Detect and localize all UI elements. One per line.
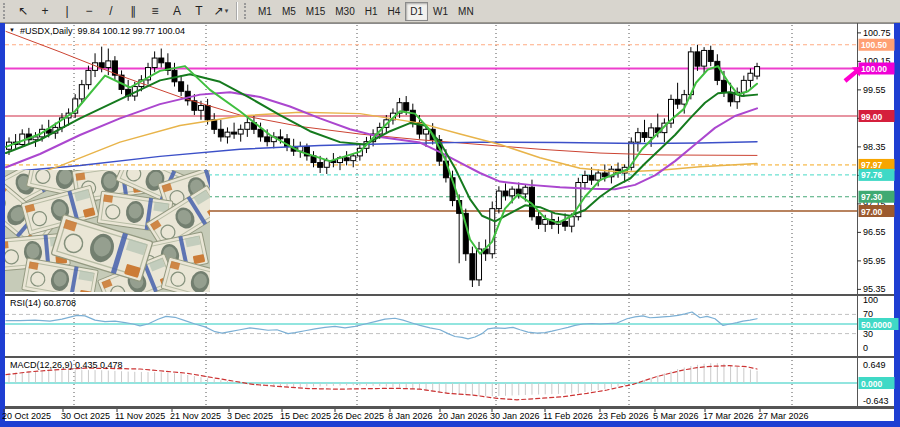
timeframe-M15-button[interactable]: M15 <box>301 2 330 21</box>
chart-title: ▼#USDX,Daily 99.84 100.12 99.77 100.04 <box>9 26 185 36</box>
svg-text:30 Jan 2026: 30 Jan 2026 <box>490 411 540 421</box>
toolbar: ↖+|−/∥≡AT↗▾ M1M5M15M30H1H4D1W1MN <box>0 0 900 23</box>
timeframe-MN-button[interactable]: MN <box>453 2 479 21</box>
svg-text:0.649: 0.649 <box>863 360 886 370</box>
svg-text:70: 70 <box>863 309 873 319</box>
svg-text:23 Feb 2026: 23 Feb 2026 <box>598 411 649 421</box>
tool-shapes-button[interactable]: ↗▾ <box>210 2 232 21</box>
timeframe-H1-button[interactable]: H1 <box>360 2 383 21</box>
svg-text:17 Mar 2026: 17 Mar 2026 <box>703 411 754 421</box>
svg-text:100.75: 100.75 <box>863 28 891 38</box>
chevron-down-icon: ▾ <box>225 7 229 15</box>
tool-trendline-button[interactable]: / <box>100 2 122 21</box>
svg-text:100.00: 100.00 <box>861 64 887 74</box>
timeframe-M30-button[interactable]: M30 <box>330 2 359 21</box>
svg-text:15 Dec 2025: 15 Dec 2025 <box>280 411 331 421</box>
svg-text:97.76: 97.76 <box>861 170 883 180</box>
timeframes-group: M1M5M15M30H1H4D1W1MN <box>253 2 479 21</box>
svg-text:95.35: 95.35 <box>863 284 886 294</box>
svg-text:8 Jan 2026: 8 Jan 2026 <box>388 411 433 421</box>
time-axis: 20 Oct 202530 Oct 202511 Nov 202521 Nov … <box>2 408 894 421</box>
svg-text:0.000: 0.000 <box>861 379 883 389</box>
tool-text-button[interactable]: A <box>166 2 188 21</box>
tool-fibonacci-button[interactable]: ≡ <box>144 2 166 21</box>
svg-text:3 Dec 2025: 3 Dec 2025 <box>227 411 273 421</box>
tool-vertical-line-button[interactable]: | <box>56 2 78 21</box>
toolbar-grip2[interactable] <box>244 3 248 19</box>
svg-text:11 Nov 2025: 11 Nov 2025 <box>115 411 165 421</box>
svg-text:30: 30 <box>863 329 873 339</box>
svg-text:50.0000: 50.0000 <box>861 320 892 330</box>
tool-equidistant-channel-button[interactable]: ∥ <box>122 2 144 21</box>
timeframe-M5-button[interactable]: M5 <box>277 2 301 21</box>
symbol-dropdown-icon[interactable]: ▼ <box>9 27 15 33</box>
svg-text:30 Oct 2025: 30 Oct 2025 <box>61 411 110 421</box>
rsi-indicator-label: RSI(14) 60.8708 <box>10 298 76 308</box>
timeframe-W1-button[interactable]: W1 <box>428 2 453 21</box>
tool-crosshair-button[interactable]: + <box>34 2 56 21</box>
drawing-tools-group: ↖+|−/∥≡AT↗▾ <box>12 2 232 21</box>
svg-text:96.55: 96.55 <box>863 227 886 237</box>
svg-text:100.50: 100.50 <box>861 40 887 50</box>
svg-text:26 Dec 2025: 26 Dec 2025 <box>333 411 384 421</box>
svg-text:20 Jan 2026: 20 Jan 2026 <box>438 411 488 421</box>
svg-text:20 Oct 2025: 20 Oct 2025 <box>2 411 51 421</box>
chart-window: ↖+|−/∥≡AT↗▾ M1M5M15M30H1H4D1W1MN 100.751… <box>0 0 900 427</box>
timeframe-M1-button[interactable]: M1 <box>253 2 277 21</box>
symbol-name: #USDX,Daily <box>20 26 73 36</box>
tool-horizontal-line-button[interactable]: − <box>78 2 100 21</box>
svg-text:99.55: 99.55 <box>863 85 886 95</box>
svg-text:0: 0 <box>863 343 868 353</box>
ohlc-values: 99.84 100.12 99.77 100.04 <box>77 26 185 36</box>
svg-text:27 Mar 2026: 27 Mar 2026 <box>758 411 809 421</box>
svg-text:21 Nov 2025: 21 Nov 2025 <box>170 411 221 421</box>
svg-text:100: 100 <box>863 295 878 305</box>
macd-indicator-label: MACD(12,26,9) 0,435 0,478 <box>10 360 123 370</box>
toolbar-separator <box>236 2 237 20</box>
timeframe-D1-button[interactable]: D1 <box>405 2 428 21</box>
svg-text:97.30: 97.30 <box>861 192 883 202</box>
svg-text:99.00: 99.00 <box>861 112 883 122</box>
svg-text:98.35: 98.35 <box>863 142 886 152</box>
svg-text:97.00: 97.00 <box>861 207 883 217</box>
svg-text:5 Mar 2026: 5 Mar 2026 <box>653 411 699 421</box>
svg-text:-0.643: -0.643 <box>863 396 889 406</box>
toolbar-grip[interactable] <box>3 3 7 19</box>
svg-text:11 Feb 2026: 11 Feb 2026 <box>543 411 593 421</box>
svg-text:95.95: 95.95 <box>863 256 886 266</box>
tool-cursor-button[interactable]: ↖ <box>12 2 34 21</box>
timeframe-H4-button[interactable]: H4 <box>383 2 406 21</box>
tool-text-label-button[interactable]: T <box>188 2 210 21</box>
dollar-bills-photo <box>5 170 210 292</box>
